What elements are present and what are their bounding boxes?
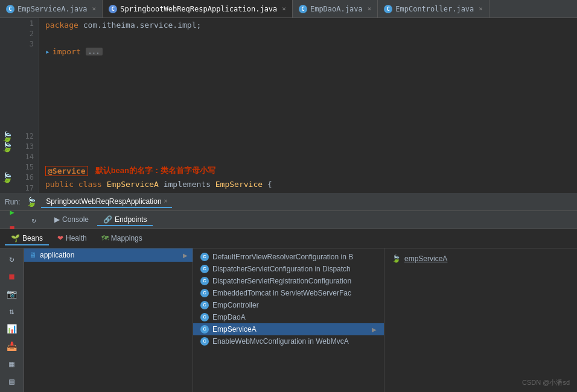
- console-label: Console: [62, 215, 89, 224]
- line-gutter: 1 2 3 🍃 12 🍃 13 14 15 🍃 16: [0, 18, 39, 193]
- code-line-12: @Service 默认bean的名字：类名首字母小写: [39, 164, 577, 177]
- line-9: [0, 101, 34, 111]
- line-15: 15: [0, 162, 34, 172]
- sidebar-table2-icon[interactable]: ▤: [4, 374, 21, 389]
- tab-health[interactable]: ❤ Health: [51, 232, 93, 245]
- tab-close-springbootApp[interactable]: ×: [282, 5, 286, 13]
- line-17: 17: [0, 183, 34, 193]
- tab-bar: C EmpServiceA.java × C SpringbootWebReqR…: [0, 0, 577, 18]
- line-12: 🍃 12: [0, 131, 34, 142]
- detail-bean-name: 🍃 empServiceA: [392, 254, 570, 263]
- tab-empDaoA[interactable]: C EmpDaoA.java ×: [293, 0, 378, 17]
- detail-bean-link[interactable]: empServiceA: [404, 254, 447, 263]
- main-content: ↻ ■ 📷 ⇅ 📊 📥 ▦ ▤ 👤 🖥 application ▶: [0, 248, 577, 392]
- line-11: [0, 121, 34, 131]
- bean-c-icon-4: C: [200, 289, 209, 297]
- bean-arrow-right: ▶: [372, 326, 377, 333]
- code-line-9: [39, 124, 577, 138]
- line-1: 1: [0, 18, 34, 28]
- run-panel: ▶ ■ ↻ ▶ Console 🔗 Endpoints 🌱 Beans ❤: [0, 211, 577, 392]
- code-line-2: [39, 31, 577, 45]
- bean-label-empServiceA: EmpServiceA: [212, 325, 257, 334]
- code-line-11: [39, 151, 577, 164]
- tab-empServiceA[interactable]: C EmpServiceA.java ×: [0, 0, 103, 17]
- endpoint-tabs: 🌱 Beans ❤ Health 🗺 Mappings: [0, 229, 577, 248]
- bean-label-enableWebMvc: EnableWebMvcConfiguration in WebMvcA: [212, 337, 349, 346]
- line-13: 🍃 13: [0, 142, 34, 152]
- bean-c-icon: C: [200, 253, 209, 261]
- left-sidebar: ↻ ■ 📷 ⇅ 📊 📥 ▦ ▤ 👤: [0, 248, 24, 392]
- line-7: [0, 80, 34, 90]
- tab-beans[interactable]: 🌱 Beans: [5, 232, 49, 245]
- bean-item-empDaoA[interactable]: C EmpDaoA: [193, 311, 384, 323]
- line-2: 2: [0, 28, 34, 39]
- arrow-right-icon: ▶: [183, 252, 188, 259]
- service-annotation: @Service: [45, 166, 88, 176]
- code-line-6: [39, 84, 577, 98]
- run-button[interactable]: ▶: [5, 205, 19, 220]
- code-line-7: [39, 98, 577, 111]
- application-icon: 🖥: [29, 251, 36, 259]
- annotation-comment: 默认bean的名字：类名首字母小写: [95, 165, 215, 176]
- tab-close-empServiceA[interactable]: ×: [92, 5, 97, 13]
- run-tab-app[interactable]: SpringbootWebReqRespApplication ×: [41, 196, 172, 208]
- sidebar-refresh-icon[interactable]: ↻: [4, 251, 21, 266]
- sidebar-chart-icon[interactable]: 📊: [4, 321, 21, 336]
- sidebar-import-icon[interactable]: 📥: [4, 339, 21, 354]
- bean-label-empDaoA: EmpDaoA: [212, 313, 246, 321]
- tab-icon-springbootApp: C: [109, 5, 117, 13]
- bean-item-empController[interactable]: C EmpController: [193, 299, 384, 311]
- sidebar-table1-icon[interactable]: ▦: [4, 356, 21, 371]
- code-line-5: [39, 71, 577, 84]
- line-14: 14: [0, 152, 34, 162]
- tab-icon-empController: C: [384, 5, 392, 13]
- panel-tabs: ▶ ■ ↻ ▶ Console 🔗 Endpoints: [0, 211, 577, 229]
- tab-console[interactable]: ▶ Console: [48, 214, 95, 226]
- bean-label-embeddedTomcat: EmbeddedTomcat in ServletWebServerFac: [212, 289, 351, 297]
- endpoints-label: Endpoints: [115, 215, 147, 224]
- tree-area: 🖥 application ▶: [24, 248, 193, 392]
- tab-icon-empDaoA: C: [299, 5, 307, 13]
- detail-panel: 🍃 empServiceA: [384, 248, 577, 392]
- run-app-spring-icon: 🍃: [26, 197, 37, 207]
- line-16: 🍃 16: [0, 172, 34, 183]
- tab-empController[interactable]: C EmpController.java ×: [378, 0, 489, 17]
- bean-item-defaultErrorView[interactable]: C DefaultErrorViewResolverConfiguration …: [193, 251, 384, 263]
- tab-close-empController[interactable]: ×: [479, 5, 483, 13]
- tab-springbootApp[interactable]: C SpringbootWebReqRespApplication.java ×: [103, 0, 293, 17]
- detail-spring-icon: 🍃: [392, 254, 401, 263]
- bean-list: C DefaultErrorViewResolverConfiguration …: [193, 248, 384, 392]
- bean-item-embeddedTomcat[interactable]: C EmbeddedTomcat in ServletWebServerFac: [193, 287, 384, 299]
- sidebar-camera-icon[interactable]: 📷: [4, 286, 21, 301]
- tab-endpoints[interactable]: 🔗 Endpoints: [97, 214, 153, 226]
- endpoints-icon: 🔗: [103, 215, 112, 224]
- bean-label-dispatcherServletConfig: DispatcherServletConfiguration in Dispat…: [212, 265, 351, 273]
- tree-item-application[interactable]: 🖥 application ▶: [24, 248, 193, 262]
- refresh-button[interactable]: ↻: [27, 213, 41, 227]
- sidebar-stop-icon[interactable]: ■: [4, 268, 21, 283]
- bean-c-icon-5: C: [200, 301, 209, 309]
- line-8: [0, 90, 34, 100]
- bean-item-enableWebMvc[interactable]: C EnableWebMvcConfiguration in WebMvcA: [193, 335, 384, 347]
- tab-mappings[interactable]: 🗺 Mappings: [95, 232, 148, 245]
- code-line-10: [39, 138, 577, 151]
- bean-item-empServiceA[interactable]: C EmpServiceA ▶: [193, 323, 384, 335]
- tab-close-empDaoA[interactable]: ×: [368, 5, 372, 13]
- bean-c-icon-3: C: [200, 277, 209, 285]
- code-content[interactable]: package com.itheima.service.impl; ▸ impo…: [39, 18, 577, 193]
- bean-label-defaultErrorView: DefaultErrorViewResolverConfiguration in…: [212, 253, 353, 261]
- bean-item-dispatcherServletConfig[interactable]: C DispatcherServletConfiguration in Disp…: [193, 263, 384, 275]
- watermark: CSDN @小潘sd: [522, 378, 570, 387]
- health-icon: ❤: [57, 234, 63, 242]
- line-6: [0, 69, 34, 80]
- tab-label-springbootApp: SpringbootWebReqRespApplication.java: [120, 5, 277, 13]
- line-5: [0, 59, 34, 69]
- bean-item-dispatcherServletReg[interactable]: C DispatcherServletRegistrationConfigura…: [193, 275, 384, 287]
- tab-label-empDaoA: EmpDaoA.java: [310, 5, 363, 13]
- sidebar-updown-icon[interactable]: ⇅: [4, 303, 21, 318]
- run-tab-close[interactable]: ×: [164, 198, 168, 204]
- console-icon: ▶: [54, 215, 60, 224]
- bean-c-icon-2: C: [200, 265, 209, 273]
- line-4: [0, 49, 34, 59]
- bean-c-icon-8: C: [200, 337, 209, 346]
